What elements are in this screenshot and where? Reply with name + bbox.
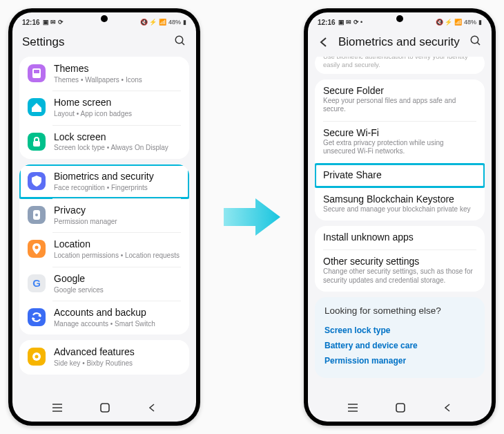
status-battery: 48%	[168, 19, 181, 26]
status-icons-right: 🔇 ⚡ 📶	[436, 19, 462, 26]
row-sub: Change other security settings, such as …	[315, 267, 485, 292]
svg-rect-16	[28, 308, 46, 326]
row-title: Install unknown apps	[315, 226, 485, 243]
security-row-secure-wi-fi[interactable]: Secure Wi-FiGet extra privacy protection…	[315, 122, 485, 163]
svg-point-0	[175, 36, 183, 44]
settings-row-lock-screen[interactable]: Lock screenScreen lock type • Always On …	[19, 125, 189, 159]
row-title: Themes	[54, 63, 181, 75]
status-icons-right: 🔇 ⚡ 📶	[140, 19, 166, 26]
svg-rect-32	[396, 404, 405, 412]
nav-bar	[308, 398, 492, 422]
lock-icon	[28, 133, 46, 151]
partial-desc: Use biometric authentication to verify y…	[315, 57, 485, 74]
card-partial: Use biometric authentication to verify y…	[315, 57, 485, 74]
svg-text:G: G	[32, 277, 41, 289]
row-sub: Google services	[54, 286, 181, 295]
front-camera	[101, 15, 108, 22]
svg-point-13	[35, 246, 39, 249]
row-title: Secure Folder	[315, 79, 485, 96]
home-icon	[28, 98, 46, 116]
row-sub: Secure and manage your blockchain privat…	[315, 205, 485, 221]
settings-row-accounts-and-backup[interactable]: Accounts and backupManage accounts • Sma…	[19, 301, 189, 334]
row-sub: Location permissions • Location requests	[54, 252, 181, 261]
svg-line-1	[182, 42, 184, 45]
row-sub: Get extra privacy protection while using…	[315, 138, 485, 163]
svg-line-28	[477, 42, 480, 45]
row-sub: Layout • App icon badges	[54, 110, 181, 119]
front-camera	[396, 15, 403, 22]
nav-home[interactable]	[395, 402, 406, 416]
back-icon[interactable]	[318, 36, 330, 48]
security-row-secure-folder[interactable]: Secure FolderKeep your personal files an…	[315, 79, 485, 121]
nav-home[interactable]	[99, 402, 110, 416]
transition-arrow	[221, 193, 283, 241]
page-title: Settings	[22, 35, 166, 49]
nav-bar	[12, 398, 196, 422]
security-row-samsung-blockchain-keystore[interactable]: Samsung Blockchain KeystoreSecure and ma…	[315, 188, 485, 221]
row-sub: Manage accounts • Smart Switch	[54, 320, 181, 329]
nav-recents[interactable]	[347, 403, 358, 415]
google-icon: G	[28, 274, 46, 292]
row-title: Advanced features	[54, 346, 181, 358]
svg-point-11	[35, 214, 38, 216]
nav-recents[interactable]	[52, 403, 63, 415]
phone-right: 12:16 ▣ ✉ ⟳ • 🔇 ⚡ 📶 48% ▮ Biometrics and…	[304, 8, 496, 426]
row-title: Samsung Blockchain Keystore	[315, 188, 485, 205]
shield-icon	[28, 172, 46, 190]
screen-biometrics: 12:16 ▣ ✉ ⟳ • 🔇 ⚡ 📶 48% ▮ Biometrics and…	[308, 12, 492, 422]
settings-row-privacy[interactable]: PrivacyPermission manager	[19, 198, 189, 232]
settings-row-advanced-features[interactable]: Advanced featuresSide key • Bixby Routin…	[19, 340, 189, 374]
nav-back[interactable]	[443, 403, 452, 415]
row-title: Accounts and backup	[54, 307, 181, 319]
row-sub: Permission manager	[54, 218, 181, 227]
search-icon[interactable]	[174, 35, 186, 50]
sync-icon	[28, 308, 46, 326]
looking-link-permission-manager[interactable]: Permission manager	[324, 353, 475, 368]
row-title: Location	[54, 238, 181, 250]
phone-left: 12:16 ▣ ✉ ⟳ 🔇 ⚡ 📶 48% ▮ Settings ThemesT…	[8, 8, 200, 426]
row-sub: Screen lock type • Always On Display	[54, 144, 181, 153]
status-time: 12:16	[22, 19, 40, 26]
svg-point-21	[35, 355, 39, 359]
looking-link-battery-and-device-care[interactable]: Battery and device care	[324, 338, 475, 353]
row-sub: Themes • Wallpapers • Icons	[54, 76, 181, 85]
gear-icon	[28, 348, 46, 366]
page-title: Biometrics and security	[338, 35, 461, 49]
security-row-private-share[interactable]: Private Share	[315, 164, 485, 187]
looking-title: Looking for something else?	[324, 305, 475, 316]
row-sub: Keep your personal files and apps safe a…	[315, 96, 485, 121]
header: Settings	[12, 30, 196, 57]
battery-icon: ▮	[478, 19, 482, 26]
nav-back[interactable]	[147, 403, 157, 415]
header: Biometrics and security	[308, 30, 492, 57]
themes-icon	[28, 64, 46, 82]
settings-row-location[interactable]: LocationLocation permissions • Location …	[19, 232, 189, 266]
svg-rect-25	[101, 404, 109, 412]
settings-row-google[interactable]: GGoogleGoogle services	[19, 267, 189, 301]
settings-list[interactable]: ThemesThemes • Wallpapers • IconsHome sc…	[12, 57, 196, 398]
svg-rect-4	[34, 70, 39, 73]
row-title: Lock screen	[54, 131, 181, 143]
security-row-other-security-settings[interactable]: Other security settingsChange other secu…	[315, 250, 485, 292]
status-icons-left: ▣ ✉ ⟳ •	[338, 19, 363, 26]
status-battery: 48%	[464, 19, 476, 26]
security-row-install-unknown-apps[interactable]: Install unknown apps	[315, 226, 485, 249]
svg-rect-7	[33, 141, 40, 147]
search-icon[interactable]	[469, 35, 482, 50]
looking-for-card: Looking for something else? Screen lock …	[315, 297, 485, 378]
settings-row-themes[interactable]: ThemesThemes • Wallpapers • Icons	[19, 57, 189, 91]
looking-link-screen-lock-type[interactable]: Screen lock type	[324, 323, 475, 338]
row-title: Home screen	[54, 97, 181, 108]
status-time: 12:16	[318, 19, 336, 26]
settings-row-biometrics-and-security[interactable]: Biometrics and securityFace recognition …	[19, 164, 189, 198]
row-sub: Face recognition • Fingerprints	[54, 184, 181, 193]
row-title: Secure Wi-Fi	[315, 122, 485, 138]
svg-point-27	[471, 36, 478, 44]
screen-settings: 12:16 ▣ ✉ ⟳ 🔇 ⚡ 📶 48% ▮ Settings ThemesT…	[12, 12, 196, 422]
location-icon	[28, 240, 46, 258]
settings-row-home-screen[interactable]: Home screenLayout • App icon badges	[19, 91, 189, 124]
row-title: Biometrics and security	[54, 171, 181, 182]
security-list[interactable]: Use biometric authentication to verify y…	[308, 57, 492, 398]
status-icons-left: ▣ ✉ ⟳	[43, 19, 64, 26]
row-title: Private Share	[315, 164, 485, 180]
